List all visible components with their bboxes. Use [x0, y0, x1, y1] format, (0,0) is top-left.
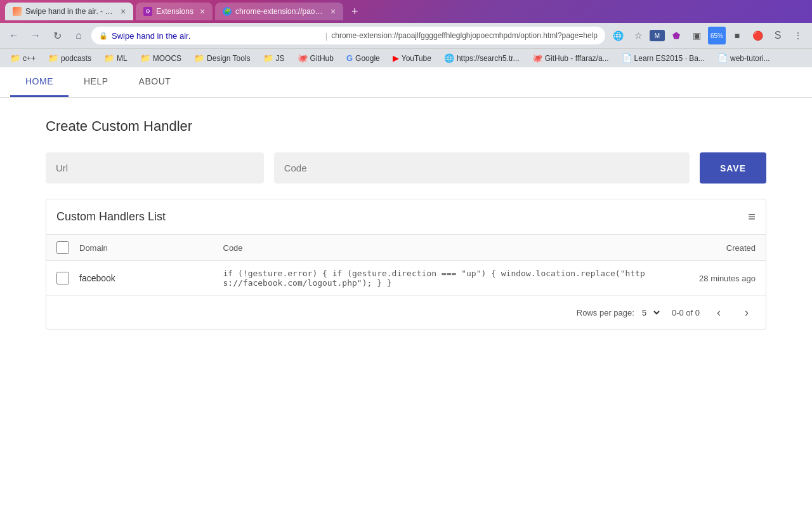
tab-chrome-ext[interactable]: 🧩 chrome-extension://paoajlfgggc... ×	[215, 3, 343, 20]
previous-page-button[interactable]: ‹	[710, 304, 728, 321]
new-tab-button[interactable]: +	[346, 3, 363, 20]
bookmark-design-tools[interactable]: 📁 Design Tools	[189, 52, 255, 64]
table-title: Custom Handlers List	[56, 210, 748, 224]
menu-icon[interactable]: ⋮	[789, 27, 807, 44]
table-row: facebook if (!gesture.error) { if (gestu…	[46, 261, 766, 296]
url-input[interactable]	[46, 152, 264, 184]
tab-extensions[interactable]: ⚙ Extensions ×	[136, 3, 213, 20]
url-bar[interactable]: 🔒 Swipe hand in the air. | chrome-extens…	[91, 27, 605, 44]
tab-favicon-chrome-ext: 🧩	[223, 7, 232, 16]
address-bar: ← → ↻ ⌂ 🔒 Swipe hand in the air. | chrom…	[0, 23, 812, 48]
doc-icon: 📄	[622, 53, 632, 63]
url-path: chrome-extension://paoajlfggggeffhleglgh…	[331, 31, 598, 40]
url-separator: |	[325, 31, 327, 41]
bookmark-label-ml: ML	[117, 54, 128, 63]
octocat-icon: 🐙	[298, 53, 308, 63]
row-created-facebook: 28 minutes ago	[654, 274, 756, 283]
tab-swipe[interactable]: Swipe hand in the air. - Edit H... ×	[5, 3, 133, 20]
bookmark-label-google: Google	[355, 54, 380, 63]
bookmark-label-web: web-tutori...	[730, 54, 770, 63]
forward-button[interactable]: →	[27, 27, 44, 44]
tab-help[interactable]: HELP	[69, 67, 124, 97]
tab-title-swipe: Swipe hand in the air. - Edit H...	[25, 7, 114, 16]
rows-per-page-label: Rows per page:	[577, 308, 634, 318]
bookmark-label-js: JS	[276, 54, 285, 63]
tab-title-ext: Extensions	[156, 7, 193, 16]
title-bar: Swipe hand in the air. - Edit H... × ⚙ E…	[0, 0, 812, 23]
table-header: Custom Handlers List ≡	[46, 199, 766, 235]
tab-about[interactable]: ABOUT	[124, 67, 187, 97]
bookmark-label-es2015: Learn ES2015 · Ba...	[634, 54, 705, 63]
ext-icon-1[interactable]: ▣	[688, 27, 705, 44]
tab-close-ext[interactable]: ×	[200, 7, 205, 16]
bookmark-github[interactable]: 🐙 GitHub	[292, 52, 339, 64]
folder-icon-cpp: 📁	[10, 53, 20, 63]
doc-icon-2: 📄	[717, 53, 728, 63]
bookmark-label-github-fffaraz: GitHub - fffaraz/a...	[545, 54, 609, 63]
create-handler-form: SAVE	[46, 152, 766, 184]
rows-per-page-control: Rows per page: 5 10 25	[577, 307, 662, 318]
bookmark-ml[interactable]: 📁 ML	[99, 52, 133, 64]
bookmark-label-search5: https://search5.tr...	[457, 54, 520, 63]
row-domain-facebook: facebook	[79, 273, 223, 283]
page-content: HOME HELP ABOUT Create Custom Handler SA…	[0, 67, 812, 508]
google-icon: G	[346, 53, 353, 63]
bookmarks-bar: 📁 c++ 📁 podcasts 📁 ML 📁 MOOCS 📁 Design T…	[0, 48, 812, 67]
save-button[interactable]: SAVE	[700, 152, 766, 184]
pagination: Rows per page: 5 10 25 0-0 of 0 ‹ ›	[46, 296, 766, 329]
bookmark-label-moocs: MOOCS	[153, 54, 181, 63]
browser-frame: Swipe hand in the air. - Edit H... × ⚙ E…	[0, 0, 812, 508]
bookmark-podcasts[interactable]: 📁 podcasts	[43, 52, 96, 64]
url-domain: Swipe hand in the air.	[112, 31, 322, 41]
bookmark-search5[interactable]: 🌐 https://search5.tr...	[439, 52, 525, 64]
tab-favicon-ext: ⚙	[143, 7, 152, 16]
bookmark-github-fffaraz[interactable]: 🐙 GitHub - fffaraz/a...	[527, 52, 614, 64]
reload-button[interactable]: ↻	[48, 27, 66, 44]
bookmark-google[interactable]: G Google	[341, 52, 385, 64]
bookmark-cpp[interactable]: 📁 c++	[5, 52, 41, 64]
ext-icon-2[interactable]: ■	[728, 27, 746, 44]
globe-icon: 🌐	[444, 53, 454, 63]
row-checkbox-facebook[interactable]	[56, 272, 69, 284]
translate-icon[interactable]: 🌐	[609, 27, 627, 44]
filter-icon[interactable]: ≡	[748, 210, 756, 224]
back-button[interactable]: ←	[5, 27, 23, 44]
page-info: 0-0 of 0	[672, 308, 700, 318]
bookmark-web-tutori[interactable]: 📄 web-tutori...	[712, 52, 775, 64]
tab-close-chrome-ext[interactable]: ×	[331, 7, 336, 16]
tab-home[interactable]: HOME	[10, 67, 69, 97]
bookmark-moocs[interactable]: 📁 MOOCS	[135, 52, 187, 64]
bookmark-label-podcasts: podcasts	[61, 54, 91, 63]
bookmark-label-cpp: c++	[23, 54, 36, 63]
badge-icon[interactable]: M	[650, 30, 665, 41]
next-page-button[interactable]: ›	[738, 304, 756, 321]
ext-icon-3[interactable]: 🔴	[749, 27, 766, 44]
folder-icon-ml: 📁	[104, 53, 114, 63]
bookmark-learn-es2015[interactable]: 📄 Learn ES2015 · Ba...	[617, 52, 710, 64]
select-all-checkbox[interactable]	[56, 241, 69, 254]
bookmark-star-icon[interactable]: ☆	[629, 27, 647, 44]
rows-per-page-select[interactable]: 5 10 25	[639, 307, 662, 318]
column-header-code: Code	[223, 243, 655, 253]
table-column-headers: Domain Code Created	[46, 235, 766, 261]
bookmark-youtube[interactable]: ▶ YouTube	[388, 52, 436, 64]
main-content: Create Custom Handler SAVE Custom Handle…	[0, 98, 812, 350]
create-handler-title: Create Custom Handler	[46, 118, 766, 135]
colorful-icon[interactable]: ⬟	[667, 27, 685, 44]
youtube-icon: ▶	[393, 53, 399, 63]
code-input[interactable]	[274, 152, 690, 184]
column-header-domain: Domain	[79, 243, 223, 253]
tab-title-chrome-ext: chrome-extension://paoajlfgggc...	[235, 7, 324, 16]
tab-close-swipe[interactable]: ×	[121, 7, 126, 16]
bookmark-label-github: GitHub	[310, 54, 334, 63]
folder-icon-podcasts: 📁	[48, 53, 58, 63]
bookmark-js[interactable]: 📁 JS	[258, 52, 290, 64]
account-icon[interactable]: S	[769, 27, 787, 44]
home-button[interactable]: ⌂	[70, 27, 88, 44]
bookmark-label-youtube: YouTube	[402, 54, 431, 63]
custom-handlers-table: Custom Handlers List ≡ Domain Code Creat…	[46, 199, 766, 330]
extension-icons: 🌐 ☆ M ⬟ ▣ 65% ■ 🔴 S ⋮	[609, 27, 807, 44]
octocat-icon-2: 🐙	[532, 53, 542, 63]
percent-badge[interactable]: 65%	[708, 27, 726, 44]
folder-icon-js: 📁	[263, 53, 273, 63]
